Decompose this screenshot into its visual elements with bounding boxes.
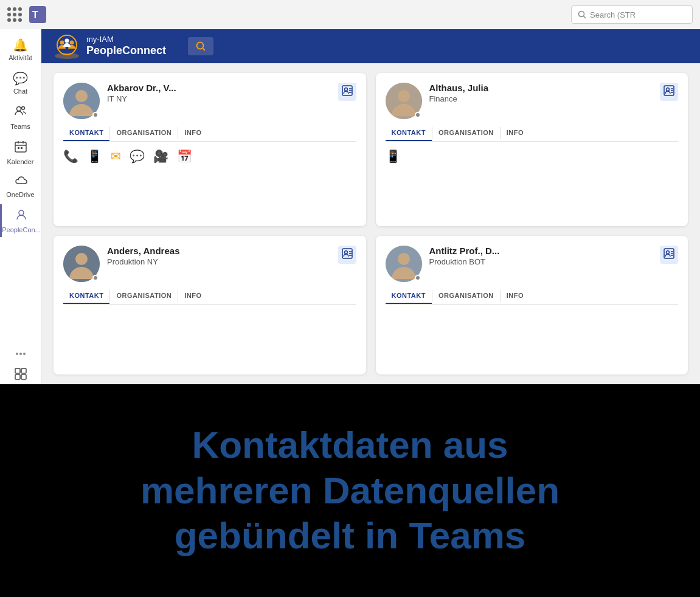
badge-icon-antlitz xyxy=(664,248,674,259)
card-badge-btn-anders[interactable] xyxy=(338,246,356,264)
svg-point-21 xyxy=(65,39,69,43)
search-placeholder: Search (STR xyxy=(590,10,636,19)
contact-card-akbarov: Akbarov Dr., V... IT NY KONTAKTORGANISAT… xyxy=(54,73,366,226)
apps-grid-icon[interactable] xyxy=(7,7,22,22)
avatar-wrap-althaus xyxy=(386,83,422,119)
contact-card-althaus: Althaus, Julia Finance KONTAKTORGANISATI… xyxy=(376,73,688,226)
sidebar-label-aktivitat: Aktivität xyxy=(9,54,32,61)
global-search-bar[interactable]: Search (STR xyxy=(571,5,693,24)
sidebar-item-teams[interactable]: Teams xyxy=(0,101,41,134)
card-dept-althaus: Finance xyxy=(429,94,653,103)
tab-info-anders[interactable]: INFO xyxy=(178,288,207,304)
badge-icon-althaus xyxy=(664,85,674,96)
card-badge-btn-akbarov[interactable] xyxy=(338,83,356,101)
status-indicator-althaus xyxy=(415,112,421,118)
app-title: my-IAM PeopleConnect xyxy=(86,35,166,57)
sidebar-label-peopleconnect: PeopleCon... xyxy=(2,226,41,233)
sidebar-item-kalender[interactable]: Kalender xyxy=(0,136,41,169)
card-tabs-akbarov: KONTAKTORGANISATIONINFO xyxy=(63,125,356,142)
svg-point-5 xyxy=(21,107,24,110)
app-title-top: my-IAM xyxy=(86,35,166,44)
app-header: my-IAM PeopleConnect xyxy=(41,29,700,63)
card-info-althaus: Althaus, Julia Finance xyxy=(429,83,653,103)
email-icon-akbarov[interactable]: ✉ xyxy=(111,149,121,164)
sidebar-label-chat: Chat xyxy=(13,88,27,95)
card-info-anders: Anders, Andreas Produktion NY xyxy=(107,246,331,266)
svg-rect-14 xyxy=(21,368,26,373)
svg-point-22 xyxy=(197,43,204,49)
svg-point-4 xyxy=(16,107,21,111)
badge-icon-anders xyxy=(342,248,353,259)
peopleconnect-icon xyxy=(15,208,28,224)
onedrive-icon xyxy=(14,175,27,189)
card-tabs-althaus: KONTAKTORGANISATIONINFO xyxy=(386,125,679,142)
svg-text:T: T xyxy=(32,10,38,20)
tab-info-althaus[interactable]: INFO xyxy=(501,125,530,141)
tab-kontakt-althaus[interactable]: KONTAKT xyxy=(386,125,432,141)
status-indicator-antlitz xyxy=(415,275,421,281)
svg-point-41 xyxy=(344,251,347,254)
badge-icon-akbarov xyxy=(342,85,353,96)
card-badge-btn-althaus[interactable] xyxy=(660,83,678,101)
svg-line-23 xyxy=(203,49,206,51)
card-header-althaus: Althaus, Julia Finance xyxy=(386,83,679,119)
bottom-text-line1: Kontaktdaten aus xyxy=(192,424,508,466)
svg-rect-6 xyxy=(15,142,26,152)
card-name-akbarov: Akbarov Dr., V... xyxy=(107,83,331,93)
sidebar-more-dots[interactable] xyxy=(16,350,26,355)
tab-organisation-althaus[interactable]: ORGANISATION xyxy=(432,125,500,141)
bottom-text-line3: gebündelt in Teams xyxy=(175,514,526,556)
tab-kontakt-antlitz[interactable]: KONTAKT xyxy=(386,288,432,304)
avatar-wrap-antlitz xyxy=(386,246,422,282)
card-dept-anders: Produktion NY xyxy=(107,257,331,266)
bottom-text: Kontaktdaten aus mehreren Datenquellen g… xyxy=(140,423,560,558)
sidebar-label-teams: Teams xyxy=(10,123,30,130)
sidebar-item-chat[interactable]: 💬 Chat xyxy=(0,67,41,98)
tab-info-antlitz[interactable]: INFO xyxy=(501,288,530,304)
top-bar-left: T xyxy=(7,6,46,23)
avatar-wrap-akbarov xyxy=(63,83,100,119)
sidebar-item-onedrive[interactable]: OneDrive xyxy=(0,171,41,202)
svg-point-27 xyxy=(344,88,347,91)
app-logo-icon xyxy=(54,33,80,60)
tab-kontakt-anders[interactable]: KONTAKT xyxy=(63,288,109,304)
contact-card-antlitz: Antlitz Prof., D... Produktion BOT KONTA… xyxy=(376,236,688,374)
tab-info-akbarov[interactable]: INFO xyxy=(178,125,207,141)
calendar-icon-akbarov[interactable]: 📅 xyxy=(177,149,192,164)
svg-point-32 xyxy=(398,90,410,102)
card-badge-btn-antlitz[interactable] xyxy=(660,246,678,264)
app-logo-area: my-IAM PeopleConnect xyxy=(54,33,166,60)
tab-organisation-akbarov[interactable]: ORGANISATION xyxy=(110,125,178,141)
header-search-icon xyxy=(195,41,206,52)
tab-kontakt-akbarov[interactable]: KONTAKT xyxy=(63,125,109,141)
sidebar-item-bottom[interactable] xyxy=(0,364,41,384)
svg-point-34 xyxy=(667,88,670,91)
card-header-akbarov: Akbarov Dr., V... IT NY xyxy=(63,83,356,119)
sidebar-item-peopleconnect[interactable]: PeopleCon... xyxy=(0,204,41,237)
chat-icon-akbarov[interactable]: 💬 xyxy=(130,149,145,164)
video-icon-akbarov[interactable]: 🎥 xyxy=(153,149,168,164)
svg-rect-16 xyxy=(21,374,26,379)
svg-point-46 xyxy=(398,253,410,265)
svg-point-25 xyxy=(75,90,88,102)
card-name-althaus: Althaus, Julia xyxy=(429,83,653,93)
contact-card-anders: Anders, Andreas Produktion NY KONTAKTORG… xyxy=(54,236,366,374)
svg-rect-15 xyxy=(15,374,20,379)
calendar-icon xyxy=(14,140,27,156)
card-tabs-antlitz: KONTAKTORGANISATIONINFO xyxy=(386,288,679,305)
card-info-antlitz: Antlitz Prof., D... Produktion BOT xyxy=(429,246,653,266)
teams-icon xyxy=(14,105,27,121)
phone-icon-akbarov[interactable]: 📞 xyxy=(63,149,78,164)
mobile-icon-althaus[interactable]: 📱 xyxy=(386,149,401,164)
header-search-button[interactable] xyxy=(188,37,213,55)
top-bar: T Search (STR xyxy=(0,0,700,29)
tab-organisation-anders[interactable]: ORGANISATION xyxy=(110,288,178,304)
bottom-section: Kontaktdaten aus mehreren Datenquellen g… xyxy=(0,384,700,597)
mobile-icon-akbarov[interactable]: 📱 xyxy=(87,149,102,164)
sidebar-label-kalender: Kalender xyxy=(7,158,33,165)
tab-organisation-antlitz[interactable]: ORGANISATION xyxy=(432,288,500,304)
svg-point-2 xyxy=(579,12,584,17)
svg-point-19 xyxy=(60,41,64,45)
search-icon xyxy=(578,10,586,19)
sidebar-item-aktivitat[interactable]: 🔔 Aktivität xyxy=(0,34,41,65)
